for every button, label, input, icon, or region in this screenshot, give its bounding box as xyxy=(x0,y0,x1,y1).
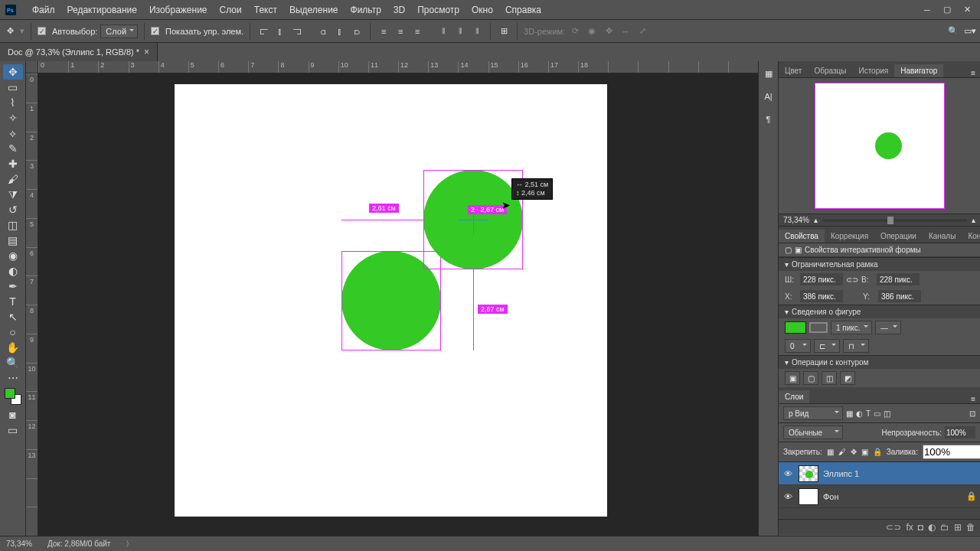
edit-toolbar[interactable]: ⋯ xyxy=(3,370,23,386)
radius-dropdown[interactable]: 0 xyxy=(785,339,811,353)
heal-tool[interactable]: ✚ xyxy=(3,156,23,171)
lock-position-icon[interactable]: ✥ xyxy=(851,448,857,456)
layer-name[interactable]: Эллипс 1 xyxy=(823,469,859,478)
align-vcenter-icon[interactable]: ⫿ xyxy=(333,24,347,38)
tab-layers[interactable]: Слои xyxy=(779,390,809,403)
align-right-icon[interactable]: ⫎ xyxy=(290,24,304,38)
path-select-tool[interactable]: ↖ xyxy=(3,309,23,324)
history-brush-tool[interactable]: ↺ xyxy=(3,202,23,217)
filter-smart-icon[interactable]: ◫ xyxy=(884,409,890,418)
pan-3d-icon[interactable]: ✥ xyxy=(602,24,616,38)
menu-слои[interactable]: Слои xyxy=(214,2,248,18)
align-left-icon[interactable]: ⫍ xyxy=(256,24,270,38)
ruler-vertical[interactable]: 012345678910111213 xyxy=(26,73,38,536)
tab-history[interactable]: История xyxy=(852,64,894,77)
layer-fx-icon[interactable]: fx xyxy=(906,522,913,533)
layer-row[interactable]: 👁 Эллипс 1 xyxy=(779,462,980,485)
slide-3d-icon[interactable]: ↔ xyxy=(619,24,632,38)
move-tool[interactable]: ✥ xyxy=(3,64,23,80)
lock-artboard-icon[interactable]: ▣ xyxy=(861,448,868,456)
brush-tool[interactable]: 🖌 xyxy=(3,171,23,187)
color-swatch[interactable] xyxy=(3,386,23,407)
menu-3d[interactable]: 3D xyxy=(387,2,411,18)
zoom-out-icon[interactable]: ▴ xyxy=(814,216,818,224)
marquee-tool[interactable]: ▭ xyxy=(3,80,23,95)
gradient-tool[interactable]: ▤ xyxy=(3,233,23,248)
menu-просмотр[interactable]: Просмотр xyxy=(411,2,466,18)
layer-mask-icon[interactable]: ◘ xyxy=(918,522,923,533)
zoom-slider[interactable] xyxy=(822,219,967,222)
eyedropper-tool[interactable]: ✎ xyxy=(3,141,23,156)
layer-thumbnail[interactable] xyxy=(799,465,818,482)
blend-mode-dropdown[interactable]: Обычные xyxy=(783,425,843,439)
quickmask-toggle[interactable]: ◙ xyxy=(3,407,23,422)
y-input[interactable] xyxy=(878,290,921,302)
eraser-tool[interactable]: ◫ xyxy=(3,217,23,233)
panel-menu-icon[interactable]: ≡ xyxy=(966,69,980,77)
dist-bottom-icon[interactable]: ≡ xyxy=(410,24,424,38)
layer-row[interactable]: 👁 Фон 🔒 xyxy=(779,485,980,508)
menu-справка[interactable]: Справка xyxy=(499,2,547,18)
roll-3d-icon[interactable]: ◉ xyxy=(585,24,599,38)
tab-properties[interactable]: Свойства xyxy=(779,230,825,243)
height-input[interactable] xyxy=(877,273,920,285)
menu-фильтр[interactable]: Фильтр xyxy=(345,2,387,18)
document-tab[interactable]: Doc @ 73,3% (Эллипс 1, RGB/8) * × xyxy=(0,43,158,61)
tab-channels[interactable]: Каналы xyxy=(923,230,962,243)
dist-vcenter-icon[interactable]: ≡ xyxy=(394,24,407,38)
hand-tool[interactable]: ✋ xyxy=(3,340,23,355)
document-page[interactable]: 2,61 см 2 · 2,67 см 2,67 см ↔ 2,51 см ↕ … xyxy=(175,84,607,517)
dist-right-icon[interactable]: ⦀ xyxy=(470,24,484,38)
type-tool[interactable]: T xyxy=(3,294,23,309)
link-layers-icon[interactable]: ⊂⊃ xyxy=(886,522,901,533)
cap-dropdown[interactable]: ⊏ xyxy=(814,339,840,353)
x-input[interactable] xyxy=(800,290,843,302)
wand-tool[interactable]: ✧ xyxy=(3,110,23,126)
width-input[interactable] xyxy=(800,273,843,285)
path-subtract-icon[interactable]: ▢ xyxy=(803,371,818,385)
autoselect-dropdown[interactable]: Слой xyxy=(100,24,138,38)
status-docinfo[interactable]: Док: 2,86M/0 байт xyxy=(47,540,111,548)
align-hcenter-icon[interactable]: ⫿ xyxy=(273,24,287,38)
join-dropdown[interactable]: ⊓ xyxy=(843,339,869,353)
close-tab-icon[interactable]: × xyxy=(144,47,149,57)
layer-name[interactable]: Фон xyxy=(823,492,839,501)
stamp-tool[interactable]: ⧩ xyxy=(3,187,23,202)
menu-изображение[interactable]: Изображение xyxy=(143,2,214,18)
blur-tool[interactable]: ◉ xyxy=(3,248,23,263)
fill-input[interactable] xyxy=(923,445,980,459)
crop-tool[interactable]: ⟡ xyxy=(3,126,23,141)
align-top-icon[interactable]: ⫏ xyxy=(316,24,330,38)
ellipse-tool[interactable]: ○ xyxy=(3,324,23,340)
tab-adjustments[interactable]: Коррекция xyxy=(825,230,874,243)
workspace-icon[interactable]: ▭▾ xyxy=(963,24,977,38)
delete-layer-icon[interactable]: 🗑 xyxy=(966,522,975,533)
zoom-tool[interactable]: 🔍 xyxy=(3,355,23,370)
layer-filter-dropdown[interactable]: р Вид xyxy=(783,406,843,420)
close-button[interactable]: ✕ xyxy=(957,3,977,17)
ruler-origin[interactable] xyxy=(26,61,38,73)
lock-all-icon[interactable]: 🔒 xyxy=(873,448,882,456)
filter-shape-icon[interactable]: ▭ xyxy=(874,409,880,418)
filter-pixel-icon[interactable]: ▦ xyxy=(846,409,853,418)
tab-navigator[interactable]: Навигатор xyxy=(894,64,943,77)
stroke-swatch[interactable] xyxy=(809,322,828,333)
zoom-in-icon[interactable]: ▴ xyxy=(972,216,975,224)
dist-hcenter-icon[interactable]: ⦀ xyxy=(453,24,467,38)
fill-swatch[interactable] xyxy=(785,321,806,334)
stroke-width-dropdown[interactable]: 1 пикс. xyxy=(831,321,872,334)
pen-tool[interactable]: ✒ xyxy=(3,279,23,294)
layer-group-icon[interactable]: 🗀 xyxy=(940,522,949,533)
maximize-button[interactable]: ▢ xyxy=(937,3,957,17)
visibility-toggle[interactable]: 👁 xyxy=(782,469,794,478)
section-path-ops[interactable]: ▾Операции с контуром xyxy=(779,355,980,369)
layer-thumbnail[interactable] xyxy=(799,488,818,505)
status-zoom[interactable]: 73,34% xyxy=(6,540,32,548)
stroke-style-dropdown[interactable]: — xyxy=(875,321,901,334)
menu-выделение[interactable]: Выделение xyxy=(283,2,345,18)
screenmode-toggle[interactable]: ▭ xyxy=(3,422,23,438)
menu-редактирование[interactable]: Редактирование xyxy=(61,2,143,18)
link-wh-icon[interactable]: ⊂⊃ xyxy=(846,276,858,284)
filter-type-icon[interactable]: T xyxy=(866,409,871,418)
new-layer-icon[interactable]: ⊞ xyxy=(954,522,962,533)
